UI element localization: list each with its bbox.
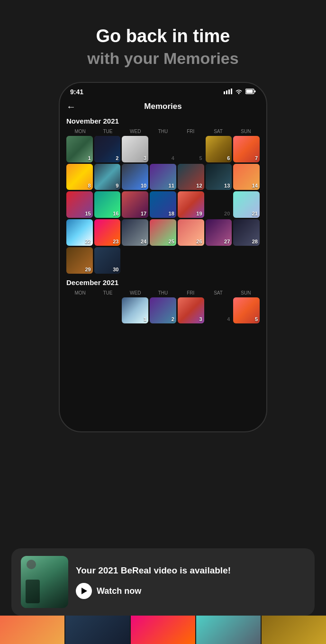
- day-cell[interactable]: 25: [150, 219, 176, 246]
- day-cell-empty: [178, 247, 204, 274]
- day-cell-empty: [122, 247, 148, 274]
- strip-item: [0, 616, 64, 644]
- day-cell[interactable]: 1: [66, 136, 93, 162]
- day-cell: 20: [206, 191, 232, 218]
- day-cell[interactable]: 2: [94, 136, 121, 162]
- phone-wrapper: 9:41 ← Memories: [0, 82, 326, 432]
- calendar-grid-december: 1 2 3 4 5: [66, 297, 260, 324]
- notification-title: Your 2021 BeReal video is available!: [76, 565, 305, 577]
- day-cell[interactable]: 30: [94, 247, 121, 274]
- month-november: November 2021 MON TUE WED THU FRI SAT SU…: [66, 117, 260, 274]
- status-time: 9:41: [70, 88, 83, 96]
- day-cell[interactable]: 12: [178, 164, 204, 190]
- day-cell[interactable]: 18: [150, 191, 176, 218]
- day-cell[interactable]: 10: [122, 164, 148, 190]
- day-cell[interactable]: 5: [233, 297, 260, 324]
- day-cell: 5: [178, 136, 204, 162]
- day-cell[interactable]: 8: [66, 164, 93, 190]
- phone-notch: [132, 83, 194, 96]
- day-cell[interactable]: 2: [150, 297, 176, 324]
- notification-card[interactable]: Your 2021 BeReal video is available! Wat…: [11, 548, 315, 616]
- battery-icon: [245, 88, 256, 96]
- svg-rect-0: [224, 91, 225, 94]
- strip-item: [131, 616, 195, 644]
- day-cell[interactable]: 3: [122, 136, 148, 162]
- watch-now-label: Watch now: [97, 586, 141, 596]
- calendar-grid-november: 1 2 3 4 5 6 7 8 9 10 11 12 13 14 15: [66, 136, 260, 274]
- day-cell: 4: [150, 136, 176, 162]
- play-triangle-icon: [82, 588, 87, 594]
- day-cell[interactable]: 3: [178, 297, 204, 324]
- day-cell[interactable]: 19: [178, 191, 204, 218]
- hero-title-line1: Go back in time: [0, 26, 326, 46]
- status-icons: [224, 88, 256, 96]
- day-cell[interactable]: 1: [122, 297, 148, 324]
- day-cell[interactable]: 28: [233, 219, 260, 246]
- svg-rect-6: [246, 90, 253, 93]
- hero-section: Go back in time with your Memories: [0, 0, 326, 68]
- svg-rect-2: [228, 89, 230, 94]
- svg-rect-7: [254, 90, 256, 92]
- notification-content: Your 2021 BeReal video is available! Wat…: [76, 565, 305, 599]
- day-cell[interactable]: 27: [206, 219, 232, 246]
- day-cell[interactable]: 9: [94, 164, 121, 190]
- day-cell[interactable]: 7: [233, 136, 260, 162]
- day-cell[interactable]: 26: [178, 219, 204, 246]
- nav-bar: ← Memories: [66, 98, 260, 117]
- calendar-header-november: MON TUE WED THU FRI SAT SUN: [66, 129, 260, 134]
- strip-item: [65, 616, 130, 644]
- day-cell[interactable]: 23: [94, 219, 121, 246]
- watch-now-button[interactable]: Watch now: [76, 583, 305, 599]
- day-cell: 4: [206, 297, 232, 324]
- notification-thumbnail: [21, 556, 68, 608]
- day-cell[interactable]: 11: [150, 164, 176, 190]
- day-cell[interactable]: 14: [233, 164, 260, 190]
- strip-item: [196, 616, 261, 644]
- signal-icon: [224, 89, 232, 95]
- month-label-december: December 2021: [66, 278, 260, 286]
- screen-title: Memories: [144, 102, 181, 111]
- bottom-strip: [0, 616, 326, 644]
- hero-title-line2: with your Memories: [0, 49, 326, 68]
- svg-rect-3: [231, 89, 232, 94]
- day-cell-empty: [206, 247, 232, 274]
- day-cell-empty: [94, 297, 121, 324]
- strip-item: [262, 616, 326, 644]
- day-cell-empty: [233, 247, 260, 274]
- phone-mockup: 9:41 ← Memories: [59, 82, 267, 432]
- day-cell[interactable]: 29: [66, 247, 93, 274]
- back-button[interactable]: ←: [66, 101, 76, 112]
- day-cell[interactable]: 16: [94, 191, 121, 218]
- month-december: December 2021 MON TUE WED THU FRI SAT SU…: [66, 278, 260, 324]
- play-circle-icon: [76, 583, 92, 599]
- calendar-header-december: MON TUE WED THU FRI SAT SUN: [66, 290, 260, 295]
- day-cell[interactable]: 6: [206, 136, 232, 162]
- day-cell[interactable]: 24: [122, 219, 148, 246]
- day-cell[interactable]: 17: [122, 191, 148, 218]
- day-cell[interactable]: 13: [206, 164, 232, 190]
- day-cell[interactable]: 22: [66, 219, 93, 246]
- day-cell-empty: [66, 297, 93, 324]
- svg-rect-1: [226, 90, 227, 94]
- day-cell[interactable]: 15: [66, 191, 93, 218]
- month-label-november: November 2021: [66, 117, 260, 125]
- phone-content: ← Memories November 2021 MON TUE WED THU…: [60, 98, 266, 426]
- day-cell[interactable]: 21: [233, 191, 260, 218]
- wifi-icon: [235, 88, 243, 96]
- day-cell-empty: [150, 247, 176, 274]
- svg-point-4: [238, 93, 239, 94]
